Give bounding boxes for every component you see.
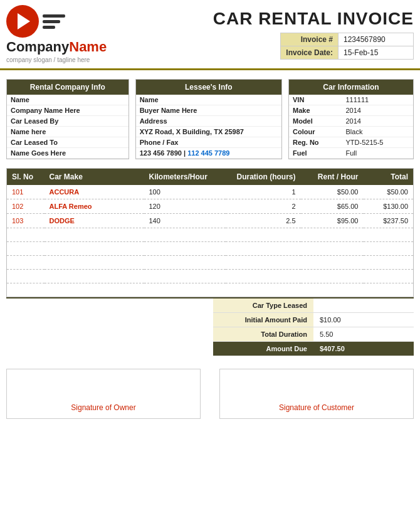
row-total: $50.00 xyxy=(364,185,414,199)
logo-icon xyxy=(6,5,65,38)
total-duration-row: Total Duration 5.50 xyxy=(213,327,414,342)
rental-leased-to-value: Name Goes Here xyxy=(7,148,129,159)
make-label: Make xyxy=(289,105,342,116)
row-km-hour: 140 xyxy=(144,214,226,228)
amount-due-row: Amount Due $407.50 xyxy=(213,342,414,356)
row-car-make: DODGE xyxy=(45,214,144,228)
rental-company-header: Rental Company Info xyxy=(7,80,129,95)
row-duration: 2 xyxy=(226,199,301,214)
rental-company-table: Rental Company Info Name Company Name He… xyxy=(7,80,129,159)
table-row-empty xyxy=(7,270,414,283)
rental-name-value: Company Name Here xyxy=(7,105,129,116)
rental-leased-to-label: Car Leased To xyxy=(7,137,129,148)
col-rent: Rent / Hour xyxy=(301,169,364,186)
row-km-hour: 120 xyxy=(144,199,226,214)
logo-circle xyxy=(6,5,39,38)
col-km-hour: Kilometers/Hour xyxy=(144,169,226,186)
row-rent: $50.00 xyxy=(301,185,364,199)
reg-value: YTD-5215-5 xyxy=(342,137,414,148)
make-value: 2014 xyxy=(342,105,414,116)
lessee-header: Lessee's Info xyxy=(136,80,281,95)
colour-label: Colour xyxy=(289,127,342,137)
table-row: 103 DODGE 140 2.5 $95.00 $237.50 xyxy=(7,214,414,228)
model-label: Model xyxy=(289,116,342,127)
lessee-phone-value: 123 456 7890 | 112 445 7789 xyxy=(136,148,281,159)
initial-amount-label: Initial Amount Paid xyxy=(213,313,313,327)
amount-due-value: $407.50 xyxy=(313,342,414,356)
lessee-address-label: Address xyxy=(136,116,281,127)
col-duration: Duration (hours) xyxy=(226,169,301,186)
row-duration: 2.5 xyxy=(226,214,301,228)
invoice-header: CompanyName company slogan / tagline her… xyxy=(0,0,420,70)
table-row: 102 ALFA Remeo 120 2 $65.00 $130.00 xyxy=(7,199,414,214)
logo-line-2 xyxy=(43,20,60,23)
lessee-phone-label: Phone / Fax xyxy=(136,137,281,148)
col-sl-no: Sl. No xyxy=(7,169,45,186)
company-name-part1: Company xyxy=(6,39,69,55)
initial-amount-value: $10.00 xyxy=(313,313,414,327)
table-row: 101 ACCURA 100 1 $50.00 $50.00 xyxy=(7,185,414,199)
lessee-name-value: Buyer Name Here xyxy=(136,105,281,116)
invoice-main-title: CAR RENTAL INVOICE xyxy=(213,9,414,29)
row-sl-no: 103 xyxy=(7,214,45,228)
car-info-header: Car Information xyxy=(289,80,413,95)
row-total: $130.00 xyxy=(364,199,414,214)
vin-value: 111111 xyxy=(342,95,414,105)
invoice-number-value: 1234567890 xyxy=(339,33,414,46)
row-rent: $95.00 xyxy=(301,214,364,228)
row-rent: $65.00 xyxy=(301,199,364,214)
rental-leased-by-label: Car Leased By xyxy=(7,116,129,127)
colour-value: Black xyxy=(342,127,414,137)
row-car-make: ACCURA xyxy=(45,185,144,199)
table-row-empty xyxy=(7,256,414,270)
vin-label: VIN xyxy=(289,95,342,105)
fuel-label: Fuel xyxy=(289,148,342,159)
company-name: CompanyName xyxy=(6,39,107,55)
row-sl-no: 101 xyxy=(7,185,45,199)
invoice-number-label: Invoice # xyxy=(281,33,339,46)
car-info-table: Car Information VIN 111111 Make 2014 Mod… xyxy=(289,80,413,159)
items-table: Sl. No Car Make Kilometers/Hour Duration… xyxy=(6,168,414,297)
company-slogan: company slogan / tagline here xyxy=(6,56,90,63)
lessee-name-label: Name xyxy=(136,95,281,105)
signature-section: Signature of Owner Signature of Customer xyxy=(6,369,414,419)
total-duration-label: Total Duration xyxy=(213,327,313,342)
info-section: Rental Company Info Name Company Name He… xyxy=(6,79,414,159)
owner-signature-box: Signature of Owner xyxy=(6,369,201,419)
col-total: Total xyxy=(364,169,414,186)
row-car-make: ALFA Remeo xyxy=(45,199,144,214)
rental-name-label: Name xyxy=(7,95,129,105)
play-icon xyxy=(18,13,30,29)
table-row-empty xyxy=(7,228,414,242)
total-duration-value: 5.50 xyxy=(313,327,414,342)
car-type-value xyxy=(313,298,414,313)
invoice-title-area: CAR RENTAL INVOICE Invoice # 1234567890 … xyxy=(157,9,414,60)
items-section: Sl. No Car Make Kilometers/Hour Duration… xyxy=(6,168,414,297)
customer-signature-label: Signature of Customer xyxy=(279,403,354,412)
customer-signature-box: Signature of Customer xyxy=(219,369,414,419)
amount-due-label: Amount Due xyxy=(213,342,313,356)
car-type-row: Car Type Leased xyxy=(213,298,414,313)
company-name-part2: Name xyxy=(69,39,107,55)
initial-amount-row: Initial Amount Paid $10.00 xyxy=(213,313,414,327)
row-duration: 1 xyxy=(226,185,301,199)
model-value: 2014 xyxy=(342,116,414,127)
summary-table: Car Type Leased Initial Amount Paid $10.… xyxy=(213,298,414,356)
col-car-make: Car Make xyxy=(45,169,144,186)
summary-left xyxy=(6,298,213,356)
lessee-box: Lessee's Info Name Buyer Name Here Addre… xyxy=(135,79,282,159)
fax-number: 112 445 7789 xyxy=(187,149,229,157)
owner-signature-label: Signature of Owner xyxy=(71,403,135,412)
logo-area: CompanyName company slogan / tagline her… xyxy=(6,5,157,63)
rental-leased-by-value: Name here xyxy=(7,127,129,137)
invoice-date-label: Invoice Date: xyxy=(281,46,339,60)
logo-line-1 xyxy=(43,14,65,18)
row-total: $237.50 xyxy=(364,214,414,228)
table-row-empty xyxy=(7,242,414,256)
row-sl-no: 102 xyxy=(7,199,45,214)
lessee-table: Lessee's Info Name Buyer Name Here Addre… xyxy=(136,80,281,159)
car-info-box: Car Information VIN 111111 Make 2014 Mod… xyxy=(288,79,414,159)
lessee-address-value: XYZ Road, X Building, TX 25987 xyxy=(136,127,281,137)
row-km-hour: 100 xyxy=(144,185,226,199)
invoice-details-table: Invoice # 1234567890 Invoice Date: 15-Fe… xyxy=(280,33,414,60)
